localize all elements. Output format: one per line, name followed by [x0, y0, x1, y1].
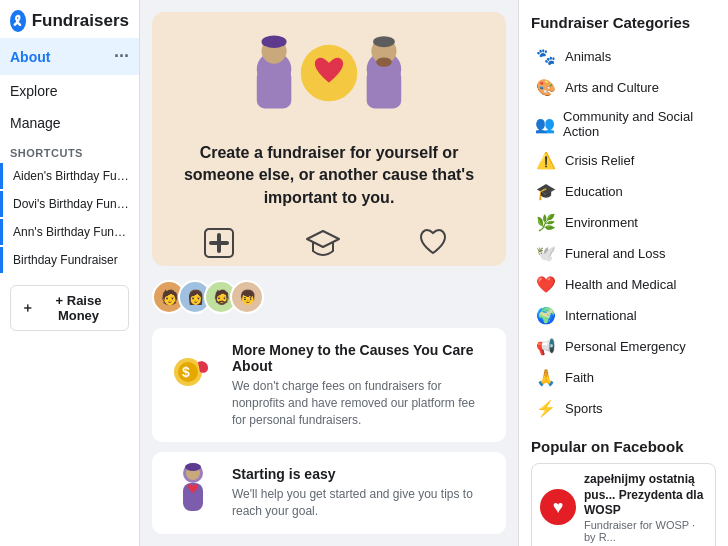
- sports-icon: ⚡: [535, 399, 557, 418]
- nonprofits-icon: [413, 223, 453, 263]
- shortcut-item-3[interactable]: Ann's Birthday Fundrais...: [0, 219, 139, 245]
- category-animals-label: Animals: [565, 49, 611, 64]
- medical-icon: [199, 223, 239, 263]
- shortcut-item-4[interactable]: Birthday Fundraiser: [0, 247, 139, 273]
- svg-rect-9: [367, 69, 402, 108]
- avatar-4: 👦: [230, 280, 264, 314]
- hero-illustration: [172, 12, 486, 142]
- education-cat-icon: 🎓: [535, 182, 557, 201]
- main-content: Create a fundraiser for yourself or some…: [140, 0, 518, 546]
- category-health-label: Health and Medical: [565, 277, 676, 292]
- sidebar-item-explore[interactable]: Explore: [0, 75, 139, 107]
- crisis-icon: ⚠️: [535, 151, 557, 170]
- category-crisis-label: Crisis Relief: [565, 153, 634, 168]
- health-icon: ❤️: [535, 275, 557, 294]
- popular-card-title: zapełnijmy ostatnią pus... Prezydenta dl…: [584, 472, 707, 519]
- popular-card: ♥ zapełnijmy ostatnią pus... Prezydenta …: [531, 463, 716, 546]
- hero-icon-education: Education: [296, 223, 349, 266]
- svg-point-7: [373, 36, 395, 47]
- svg-point-8: [376, 57, 392, 66]
- category-personal-label: Personal Emergency: [565, 339, 686, 354]
- category-faith[interactable]: 🙏 Faith: [531, 362, 716, 393]
- category-environment-label: Environment: [565, 215, 638, 230]
- category-sports[interactable]: ⚡ Sports: [531, 393, 716, 424]
- sidebar: 🎗 Fundraisers About ··· Explore Manage S…: [0, 0, 140, 546]
- raise-money-sidebar-label: + Raise Money: [39, 293, 118, 323]
- avatar-row: 🧑 👩 🧔 👦: [152, 276, 506, 318]
- category-sports-label: Sports: [565, 401, 603, 416]
- hero-title: Create a fundraiser for yourself or some…: [172, 142, 486, 209]
- svg-marker-14: [307, 231, 339, 247]
- community-icon: 👥: [535, 115, 555, 134]
- hero-icons-row: Medical expenses Education Nonprofits: [172, 223, 486, 266]
- popular-title: Popular on Facebook: [531, 438, 716, 455]
- svg-text:$: $: [182, 364, 190, 380]
- raise-money-sidebar-button[interactable]: ＋ + Raise Money: [10, 285, 129, 331]
- arts-icon: 🎨: [535, 78, 557, 97]
- categories-title: Fundraiser Categories: [531, 14, 716, 31]
- info-card-easy-title: Starting is easy: [232, 466, 490, 482]
- info-card-easy-desc: We'll help you get started and give you …: [232, 486, 490, 520]
- sidebar-title: Fundraisers: [32, 11, 129, 31]
- sidebar-item-explore-label: Explore: [10, 83, 57, 99]
- environment-icon: 🌿: [535, 213, 557, 232]
- sidebar-item-about[interactable]: About ···: [0, 38, 139, 75]
- money-illustration-icon: $: [168, 342, 218, 392]
- category-funeral-label: Funeral and Loss: [565, 246, 665, 261]
- category-education-label: Education: [565, 184, 623, 199]
- international-icon: 🌍: [535, 306, 557, 325]
- category-international[interactable]: 🌍 International: [531, 300, 716, 331]
- education-icon: [303, 223, 343, 263]
- category-funeral[interactable]: 🕊️ Funeral and Loss: [531, 238, 716, 269]
- info-card-easy: Starting is easy We'll help you get star…: [152, 452, 506, 534]
- category-education[interactable]: 🎓 Education: [531, 176, 716, 207]
- category-animals[interactable]: 🐾 Animals: [531, 41, 716, 72]
- category-community-label: Community and Social Action: [563, 109, 712, 139]
- shortcut-item-1[interactable]: Aiden's Birthday Fundr...: [0, 163, 139, 189]
- category-crisis[interactable]: ⚠️ Crisis Relief: [531, 145, 716, 176]
- category-personal[interactable]: 📢 Personal Emergency: [531, 331, 716, 362]
- personal-icon: 📢: [535, 337, 557, 356]
- info-card-money: $ More Money to the Causes You Care Abou…: [152, 328, 506, 442]
- info-card-money-title: More Money to the Causes You Care About: [232, 342, 490, 374]
- faith-icon: 🙏: [535, 368, 557, 387]
- category-faith-label: Faith: [565, 370, 594, 385]
- hero-icon-nonprofits: Nonprofits and more: [379, 223, 486, 266]
- svg-point-21: [185, 463, 201, 471]
- easy-illustration-icon: [168, 466, 218, 516]
- hero-icon-medical: Medical expenses: [172, 223, 266, 266]
- sidebar-item-manage-label: Manage: [10, 115, 61, 131]
- popular-card-logo: ♥: [540, 489, 576, 525]
- svg-point-3: [261, 35, 286, 48]
- category-community[interactable]: 👥 Community and Social Action: [531, 103, 716, 145]
- popular-card-text-block: zapełnijmy ostatnią pus... Prezydenta dl…: [584, 472, 707, 543]
- right-panel: Fundraiser Categories 🐾 Animals 🎨 Arts a…: [518, 0, 728, 546]
- category-environment[interactable]: 🌿 Environment: [531, 207, 716, 238]
- sidebar-item-manage[interactable]: Manage: [0, 107, 139, 139]
- shortcuts-label: Shortcuts: [0, 139, 139, 163]
- shortcut-item-2[interactable]: Dovi's Birthday Fundrai...: [0, 191, 139, 217]
- plus-icon: ＋: [21, 299, 34, 317]
- sidebar-item-about-label: About: [10, 49, 50, 65]
- info-card-easy-text: Starting is easy We'll help you get star…: [232, 466, 490, 520]
- funeral-icon: 🕊️: [535, 244, 557, 263]
- sidebar-header: 🎗 Fundraisers: [0, 0, 139, 38]
- popular-card-header: ♥ zapełnijmy ostatnią pus... Prezydenta …: [532, 464, 715, 546]
- category-arts-label: Arts and Culture: [565, 80, 659, 95]
- category-arts[interactable]: 🎨 Arts and Culture: [531, 72, 716, 103]
- svg-rect-13: [209, 241, 229, 245]
- svg-rect-4: [257, 69, 292, 108]
- animals-icon: 🐾: [535, 47, 557, 66]
- category-health[interactable]: ❤️ Health and Medical: [531, 269, 716, 300]
- hero-card: Create a fundraiser for yourself or some…: [152, 12, 506, 266]
- sidebar-more-icon[interactable]: ···: [114, 46, 129, 67]
- info-card-money-text: More Money to the Causes You Care About …: [232, 342, 490, 428]
- info-card-money-desc: We don't charge fees on fundraisers for …: [232, 378, 490, 428]
- popular-card-sub: Fundraiser for WOSP · by R...: [584, 519, 707, 543]
- fundraisers-icon: 🎗: [10, 10, 26, 32]
- category-international-label: International: [565, 308, 637, 323]
